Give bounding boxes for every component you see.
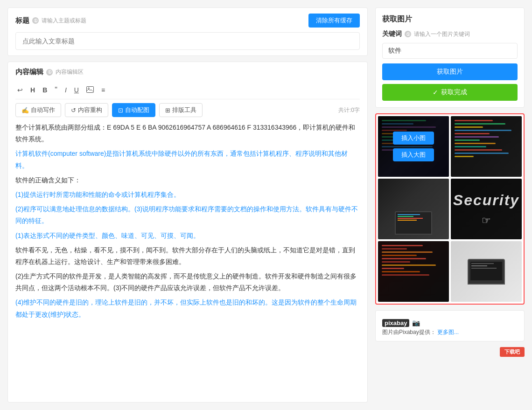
editor-section: 内容编辑 ① 内容编辑区 ↩ H B " I U bbox=[7, 62, 368, 403]
image-grid: 插入小图 插入大图 bbox=[378, 116, 522, 302]
editor-hint: 内容编辑区 bbox=[56, 68, 84, 76]
content-para1: 整个计算机系统由两部分组成：E 69DA 5 E 6 BA 9062616964… bbox=[15, 122, 360, 145]
title-hint: 请输入主题或标题 bbox=[42, 17, 86, 25]
content-para5: (2)程序可以满意地处理信息的数据结构。(3)说明程序功能要求和程序需要的文档的… bbox=[15, 203, 360, 227]
insert-small-button-3[interactable]: 插入小图 bbox=[393, 194, 434, 207]
insert-large-button[interactable]: 插入大图 bbox=[393, 148, 434, 161]
editor-toolbar-icons: ↩ H B " I U ≡ bbox=[15, 81, 360, 99]
content-para2: 计算机软件(computer software)是指计算机系统中除硬件以外的所有… bbox=[15, 148, 360, 171]
insert-small-button[interactable]: 插入小图 bbox=[393, 132, 434, 145]
done-label: 获取完成 bbox=[441, 88, 467, 97]
right-panel: 获取图片 关键词 ① 请输入一个图片关键词 获取图片 ✓ 获取完成 bbox=[375, 7, 525, 403]
image-1-overlay[interactable]: 插入小图 插入大图 bbox=[378, 116, 449, 177]
keyword-hint: 请输入一个图片关键词 bbox=[414, 30, 470, 38]
layout-tool-icon: ⊞ bbox=[165, 107, 170, 114]
title-header: 标题 ① 请输入主题或标题 清除所有缓存 bbox=[15, 14, 360, 28]
image-cell-4[interactable]: Security ☞ 插入小图 插入大图 bbox=[451, 179, 522, 239]
pixabay-camera-icon: 📷 bbox=[412, 319, 420, 327]
title-label-group: 标题 ① 请输入主题或标题 bbox=[15, 16, 86, 25]
auto-layout-label: 自动配图 bbox=[125, 106, 149, 114]
keyword-hint-icon: ① bbox=[405, 31, 411, 37]
watermark-section: 下载吧 bbox=[375, 347, 525, 357]
content-para6: (1)表达形式不同的硬件类型、颜色、味道、可见、可摸、可闻。 bbox=[15, 230, 360, 242]
restructure-icon: ↺ bbox=[71, 107, 76, 114]
content-para3: 软件的正确含义如下： bbox=[15, 174, 360, 186]
clear-cache-button[interactable]: 清除所有缓存 bbox=[308, 14, 360, 28]
watermark-badge: 下载吧 bbox=[500, 347, 525, 357]
pixabay-desc: 图片由Pixabay提供： 更多图... bbox=[382, 328, 518, 336]
image-grid-container: 插入小图 插入大图 bbox=[375, 113, 525, 305]
fetch-done-button[interactable]: ✓ 获取完成 bbox=[382, 84, 518, 101]
editor-label-group: 内容编辑 ① 内容编辑区 bbox=[15, 68, 84, 76]
layout-tool-label: 排版工具 bbox=[172, 106, 196, 114]
heading-icon[interactable]: H bbox=[28, 85, 37, 95]
insert-large-button-6[interactable]: 插入大图 bbox=[466, 273, 507, 286]
done-check-icon: ✓ bbox=[433, 89, 438, 96]
image-fetch-section: 获取图片 关键词 ① 请输入一个图片关键词 获取图片 ✓ 获取完成 bbox=[375, 7, 525, 108]
image-cell-5[interactable]: 插入小图 插入大图 bbox=[378, 241, 449, 302]
editor-content: 整个计算机系统由两部分组成：E 69DA 5 E 6 BA 9062616964… bbox=[15, 122, 360, 320]
panel-title: 获取图片 bbox=[382, 14, 518, 24]
content-para9: (4)维护不同的硬件是旧的，理论上软件是旧的，并不坏，但实际上软件也是旧的和坏的… bbox=[15, 297, 360, 320]
insert-small-button-2[interactable]: 插入小图 bbox=[466, 132, 507, 145]
image-cell-1[interactable]: 插入小图 插入大图 bbox=[378, 116, 449, 177]
insert-small-button-5[interactable]: 插入小图 bbox=[393, 257, 434, 270]
title-section: 标题 ① 请输入主题或标题 清除所有缓存 bbox=[7, 7, 368, 56]
more-images-link[interactable]: 更多图... bbox=[437, 329, 459, 335]
content-para8: (2)生产方式不同的软件是开发，是人类智能的高发挥，而不是传统意义上的硬件制造。… bbox=[15, 271, 360, 294]
article-title-input[interactable] bbox=[15, 32, 360, 50]
image-cell-2[interactable]: 插入小图 插入大图 bbox=[451, 116, 522, 177]
word-count: 共计:0字 bbox=[338, 106, 360, 114]
bold-icon[interactable]: B bbox=[41, 85, 49, 95]
keyword-label: 关键词 bbox=[382, 30, 402, 38]
title-hint-icon: ① bbox=[32, 17, 39, 24]
align-icon[interactable]: ≡ bbox=[99, 85, 107, 95]
keyword-label-group: 关键词 ① 请输入一个图片关键词 bbox=[382, 30, 518, 38]
insert-small-button-6[interactable]: 插入小图 bbox=[466, 257, 507, 270]
image-cell-6[interactable]: 插入小图 插入大图 bbox=[451, 241, 522, 302]
restructure-label: 内容重构 bbox=[78, 106, 102, 114]
editor-label: 内容编辑 bbox=[15, 68, 43, 76]
fetch-images-button[interactable]: 获取图片 bbox=[382, 63, 518, 80]
quote-icon[interactable]: " bbox=[53, 85, 59, 95]
pixabay-logo: pixabay bbox=[382, 319, 409, 327]
editor-header: 内容编辑 ① 内容编辑区 bbox=[15, 68, 360, 76]
underline-icon[interactable]: U bbox=[72, 85, 81, 95]
image-icon[interactable] bbox=[84, 85, 96, 95]
content-para4: (1)提供运行时所需功能和性能的命令或计算机程序集合。 bbox=[15, 189, 360, 201]
auto-write-button[interactable]: ✍ 自动写作 bbox=[15, 103, 61, 117]
italic-icon[interactable]: I bbox=[63, 85, 69, 95]
editor-hint-icon: ① bbox=[46, 69, 53, 76]
insert-large-button-4[interactable]: 插入大图 bbox=[466, 211, 507, 224]
restructure-button[interactable]: ↺ 内容重构 bbox=[65, 103, 108, 117]
undo-icon[interactable]: ↩ bbox=[15, 85, 25, 95]
insert-large-button-3[interactable]: 插入大图 bbox=[393, 211, 434, 224]
insert-small-button-4[interactable]: 插入小图 bbox=[466, 194, 507, 207]
keyword-input[interactable] bbox=[382, 43, 518, 59]
content-para7: 软件看不见，无色，枯燥，看不见，摸不到，闻不到。软件大部分存在于人们的头脑或纸上… bbox=[15, 244, 360, 268]
left-panel: 标题 ① 请输入主题或标题 清除所有缓存 内容编辑 ① 内容编辑区 ↩ H bbox=[7, 7, 368, 403]
auto-write-label: 自动写作 bbox=[31, 106, 55, 114]
insert-large-button-5[interactable]: 插入大图 bbox=[393, 273, 434, 286]
auto-layout-icon: ⊡ bbox=[118, 107, 123, 114]
image-cell-3[interactable]: 插入小图 插入大图 bbox=[378, 179, 449, 239]
pixabay-logo-box: pixabay bbox=[382, 319, 409, 327]
layout-tool-button[interactable]: ⊞ 排版工具 bbox=[159, 103, 203, 117]
svg-rect-0 bbox=[86, 86, 93, 92]
pixabay-footer: pixabay 📷 bbox=[382, 319, 518, 327]
insert-large-button-2[interactable]: 插入大图 bbox=[466, 148, 507, 161]
title-label: 标题 bbox=[15, 16, 29, 25]
editor-action-bar: ✍ 自动写作 ↺ 内容重构 ⊡ 自动配图 ⊞ 排版工具 共计:0字 bbox=[15, 103, 360, 117]
auto-write-icon: ✍ bbox=[21, 107, 29, 114]
auto-layout-button[interactable]: ⊡ 自动配图 bbox=[112, 103, 155, 117]
pixabay-section: pixabay 📷 图片由Pixabay提供： 更多图... bbox=[375, 310, 525, 341]
